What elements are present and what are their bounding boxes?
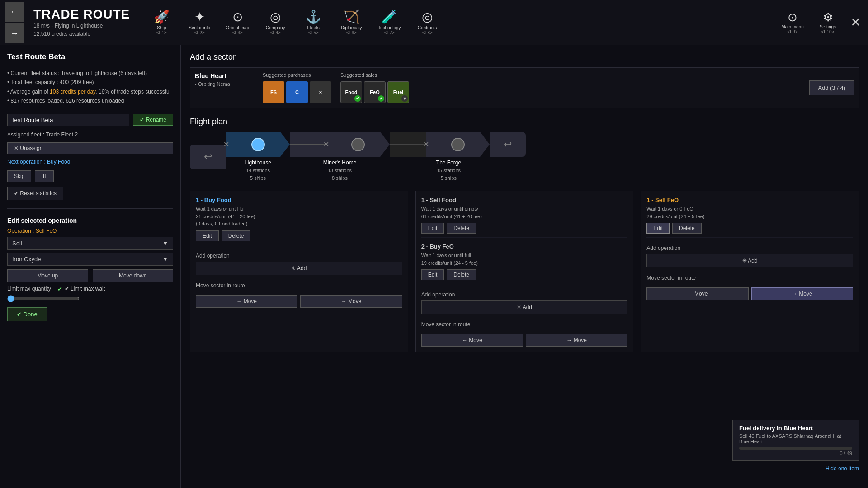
nav-contracts[interactable]: ◎ Contracts <F8> [409,5,445,41]
op-entry-buy-food: 1 - Buy Food Wait 1 days or until full21… [196,197,402,245]
edit-sell-food-button[interactable]: Edit [421,223,444,234]
op-title-buy-feo[interactable]: 2 - Buy FeO [421,243,628,250]
op-desc-sell-food: Wait 1 days or until empty61 credits/uni… [421,205,628,220]
status-block: • Current fleet status : Traveling to Li… [7,69,173,106]
settings-button[interactable]: ⚙ Settings <F10> [812,10,844,34]
delete-sell-feo-button[interactable]: Delete [672,223,702,234]
edit-section-title: Edit selected operation [7,217,173,224]
op-column-miners-home: 1 - Sell Food Wait 1 days or until empty… [415,191,634,352]
move-right-forge[interactable]: → Move [751,287,853,300]
pause-button[interactable]: ⏸ [35,170,54,182]
move-left-forge[interactable]: ← Move [646,287,748,300]
fp-lighthouse[interactable] [226,132,290,157]
move-left-lighthouse[interactable]: ← Move [196,295,297,308]
edit-buy-food-button[interactable]: Edit [196,230,219,241]
add-op-button-lighthouse[interactable]: ✳ Add [196,262,402,275]
reset-statistics-button[interactable]: ✔ Reset statistics [7,187,63,200]
sale-chip-feo[interactable]: FeO ✔ [364,81,386,103]
add-op-title-1: Add operation [421,291,628,298]
suggested-sales-col: Suggested sales Food ✔ FeO ✔ Fuel ▼ [340,72,409,103]
delete-sell-food-button[interactable]: Delete [447,223,476,234]
move-up-button[interactable]: Move up [7,269,88,282]
operation-label: Operation : Sell FeO [7,228,173,234]
next-op-link[interactable]: Buy Food [47,159,70,165]
resource-dropdown[interactable]: Iron Oxyde ▼ [7,253,173,266]
suggested-purchases-title: Suggested purchases [263,72,331,78]
add-op-button-miners[interactable]: ✳ Add [421,300,628,314]
limit-max-wait-label: ✔ Limit max wait [65,286,105,292]
fp-the-forge[interactable] [426,132,490,157]
forward-arrow[interactable]: → [5,23,24,43]
move-left-miners[interactable]: ← Move [421,334,523,347]
op-desc-buy-food: Wait 1 days or until full21 credits/unit… [196,205,402,228]
delete-buy-food-button[interactable]: Delete [222,230,251,241]
delete-buy-feo-button[interactable]: Delete [447,269,476,280]
move-sector-btns-lighthouse: ← Move → Move [196,295,402,308]
done-button[interactable]: ✔ Done [7,307,47,321]
fp-node-start: ↩ [190,145,226,169]
nav-fleets[interactable]: ⚓ Fleets <F5> [295,5,331,41]
flight-plan-section: Flight plan ↩ ✕ [190,117,859,182]
op-desc-sell-feo: Wait 1 days or 0 FeO29 credits/unit (24 … [646,205,853,220]
add-op-title-2: Add operation [646,245,853,251]
suggested-sales-title: Suggested sales [340,72,409,78]
route-name-input[interactable] [7,114,129,126]
suggested-purchases-col: Suggested purchases FS C × [263,72,331,103]
nav-diplomacy[interactable]: 🏹 Diplomacy <F6> [333,5,369,41]
sale-chip-food[interactable]: Food ✔ [340,81,362,103]
title-block: TRADE ROUTE 18 m/s - Flying in Lighthous… [33,7,130,38]
add-btn-col: Add (3 / 4) [809,72,854,103]
rename-button[interactable]: ✔ Rename [133,114,173,126]
fp-separator-1: ✕ Lighthouse 14 stations 5 ships [226,132,290,182]
nav-company[interactable]: ◎ Company <F4> [257,5,293,41]
nav-technology[interactable]: 🧪 Technology <F7> [371,5,407,41]
next-op-display: Next operation : Buy Food [7,159,173,165]
move-right-miners[interactable]: → Move [526,334,627,347]
unassign-button[interactable]: ✕ Unassign [7,142,173,154]
subtitle: 18 m/s - Flying in Lighthouse 12,516 cre… [33,22,130,38]
back-arrow[interactable]: ← [5,2,24,22]
main-menu-button[interactable]: ⊙ Main menu <F9> [777,10,808,34]
limit-max-quantity-label: Limit max quantity [7,286,51,292]
quantity-slider[interactable] [7,295,80,302]
move-down-button[interactable]: Move down [93,269,174,282]
hide-one-item-button[interactable]: Hide one item [826,465,859,472]
flight-plan-title: Flight plan [190,117,859,127]
edit-buy-feo-button[interactable]: Edit [421,269,444,280]
close-button[interactable]: ✕ [847,14,863,31]
add-sector-button[interactable]: Add (3 / 4) [809,80,854,95]
sector-name-block: Blue Heart • Orbiting Nema [195,72,254,103]
tooltip-progress-bar-container [739,447,852,450]
nav-icons: 🚀 Ship <F1> ✦ Sector info <F2> ⊙ Orbital… [143,5,772,41]
skip-button[interactable]: Skip [7,170,31,182]
op-title-sell-feo[interactable]: 1 - Sell FeO [646,197,853,203]
op-title-sell-food[interactable]: 1 - Sell Food [421,197,628,203]
move-sector-title-0: Move sector in route [196,282,402,289]
fp-x-3: ✕ [423,140,429,149]
tooltip-count: 0 / 49 [739,450,852,456]
flight-plan-arrows: ↩ ✕ Lighthouse 14 stations 5 ships [190,132,859,182]
suggested-block: Suggested purchases FS C × Sug [263,72,800,103]
op-title-buy-food[interactable]: 1 - Buy Food [196,197,402,203]
nav-ship[interactable]: 🚀 Ship <F1> [143,5,179,41]
move-sector-btns-forge: ← Move → Move [646,287,853,300]
nav-orbital-map[interactable]: ⊙ Orbital map <F3> [219,5,255,41]
fp-separator-2: ✕ Miner's Home 13 stations 8 ships [290,132,390,182]
limit-max-wait-checkbox[interactable]: ✔ ✔ Limit max wait [57,286,105,292]
purchase-chip-fs[interactable]: FS [263,81,284,103]
op-entry-sell-feo: 1 - Sell FeO Wait 1 days or 0 FeO29 cred… [646,197,853,238]
nav-sector-info[interactable]: ✦ Sector info <F2> [181,5,217,41]
settings-icon: ⚙ [823,10,833,24]
fp-miners-home[interactable] [326,132,390,157]
move-right-lighthouse[interactable]: → Move [300,295,402,308]
left-panel: Test Route Beta • Current fleet status :… [0,45,181,488]
action-dropdown[interactable]: Sell ▼ [7,237,173,250]
company-icon: ◎ [270,9,281,24]
add-op-button-forge[interactable]: ✳ Add [646,254,853,267]
edit-sell-feo-button[interactable]: Edit [646,223,670,234]
move-row: Move up Move down [7,269,173,282]
sale-chip-fuel[interactable]: Fuel ▼ [387,81,409,103]
fuel-x-icon: ▼ [401,95,408,102]
purchase-chip-c[interactable]: C [286,81,308,103]
purchase-chip-x[interactable]: × [310,81,331,103]
